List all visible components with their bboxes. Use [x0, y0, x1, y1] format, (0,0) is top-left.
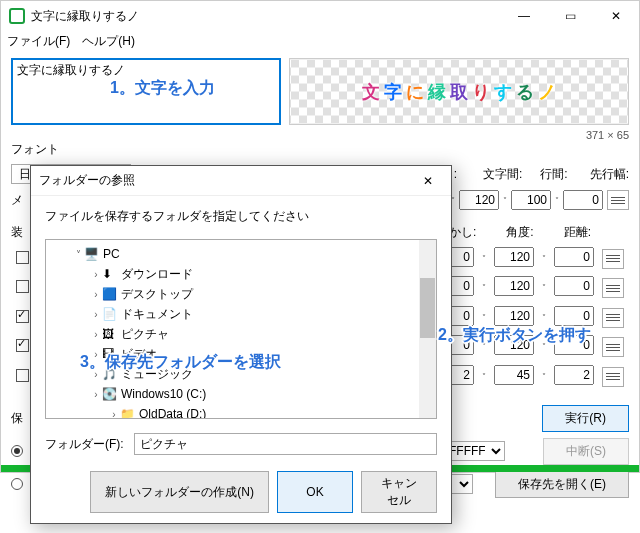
expand-icon[interactable]: ›: [90, 389, 102, 400]
decoration-group-label: 装: [11, 224, 23, 241]
linespace-input[interactable]: [511, 190, 551, 210]
row-checkbox[interactable]: [16, 339, 29, 352]
tree-item[interactable]: ›🎵ミュージック: [46, 364, 436, 384]
dialog-title: フォルダーの参照: [39, 172, 405, 189]
menu-icon[interactable]: [602, 308, 624, 328]
distance-label: 距離:: [564, 224, 591, 241]
leadwidth-input[interactable]: [563, 190, 603, 210]
tree-item[interactable]: ›💽Windows10 (C:): [46, 384, 436, 404]
tree-item-label: Windows10 (C:): [121, 387, 206, 401]
expand-icon[interactable]: ›: [90, 329, 102, 340]
tree-item-label: PC: [103, 247, 120, 261]
folder-tree[interactable]: ˅🖥️PC›⬇ダウンロード›🟦デスクトップ›📄ドキュメント›🖼ピクチャ›🎞ビデオ…: [45, 239, 437, 419]
abort-button: 中断(S): [543, 438, 629, 465]
font-family-prefix: メ: [11, 192, 23, 209]
tree-item[interactable]: ›📁OldData (D:): [46, 404, 436, 419]
preview-dimensions: 371 × 65: [586, 129, 629, 141]
new-folder-button[interactable]: 新しいフォルダーの作成(N): [90, 471, 269, 513]
pc-icon: 🖥️: [84, 247, 100, 261]
preview-area: 文字に縁取りするノ: [289, 58, 629, 125]
main-titlebar: 文字に縁取りするノ — ▭ ✕: [1, 1, 639, 31]
distance-input[interactable]: [494, 276, 534, 296]
row-checkbox[interactable]: [16, 251, 29, 264]
tree-item-label: ドキュメント: [121, 306, 193, 323]
execute-button[interactable]: 実行(R): [542, 405, 629, 432]
folder-browse-dialog: フォルダーの参照 ✕ ファイルを保存するフォルダを指定してください ˅🖥️PC›…: [30, 165, 452, 524]
menu-icon[interactable]: [602, 367, 624, 387]
mus-icon: 🎵: [102, 367, 118, 381]
minimize-button[interactable]: —: [501, 1, 547, 31]
extra-input[interactable]: [554, 306, 594, 326]
menu-icon[interactable]: [607, 190, 629, 210]
expand-icon[interactable]: ›: [90, 309, 102, 320]
tree-item[interactable]: ›🖼ピクチャ: [46, 324, 436, 344]
tree-item-label: OldData (D:): [139, 407, 206, 419]
distance-input[interactable]: [494, 335, 534, 355]
preview-text: 文字に縁取りするノ: [360, 80, 558, 104]
expand-icon[interactable]: ˅: [72, 249, 84, 260]
row-checkbox[interactable]: [16, 310, 29, 323]
folder-field-label: フォルダー(F):: [45, 436, 124, 453]
window-title: 文字に縁取りするノ: [31, 8, 501, 25]
extra-input[interactable]: [554, 247, 594, 267]
distance-input[interactable]: [494, 306, 534, 326]
tree-item[interactable]: ›🟦デスクトップ: [46, 284, 436, 304]
tree-item-label: ダウンロード: [121, 266, 193, 283]
row-checkbox[interactable]: [16, 369, 29, 382]
menu-icon[interactable]: [602, 278, 624, 298]
dropdown-icon[interactable]: ˅: [503, 196, 507, 205]
text-input[interactable]: 文字に縁取りするノ: [11, 58, 281, 125]
save-group-label: 保: [11, 410, 23, 427]
open-destination-button[interactable]: 保存先を開く(E): [495, 471, 629, 498]
expand-icon[interactable]: ›: [90, 269, 102, 280]
distance-input[interactable]: [494, 365, 534, 385]
menu-icon[interactable]: [602, 337, 624, 357]
menu-icon[interactable]: [602, 249, 624, 269]
extra-input[interactable]: [554, 335, 594, 355]
row-checkbox[interactable]: [16, 280, 29, 293]
scrollbar-thumb[interactable]: [420, 278, 435, 338]
desk-icon: 🟦: [102, 287, 118, 301]
tree-scrollbar[interactable]: [419, 240, 436, 418]
menu-help[interactable]: ヘルプ(H): [82, 33, 135, 50]
cancel-button[interactable]: キャンセル: [361, 471, 437, 513]
tree-item-label: ピクチャ: [121, 326, 169, 343]
dialog-close-button[interactable]: ✕: [405, 166, 451, 196]
tree-item[interactable]: ›⬇ダウンロード: [46, 264, 436, 284]
charspace-label: 文字間:: [483, 166, 522, 183]
app-icon: [9, 8, 25, 24]
charspace-input[interactable]: [459, 190, 499, 210]
drv-icon: 💽: [102, 387, 118, 401]
tree-item-label: ビデオ: [121, 346, 157, 363]
linespace-label: 行間:: [540, 166, 567, 183]
expand-icon[interactable]: ›: [90, 349, 102, 360]
tree-item[interactable]: ›📄ドキュメント: [46, 304, 436, 324]
dropdown-icon[interactable]: ˅: [555, 196, 559, 205]
maximize-button[interactable]: ▭: [547, 1, 593, 31]
distance-input[interactable]: [494, 247, 534, 267]
expand-icon[interactable]: ›: [90, 369, 102, 380]
angle-label: 角度:: [506, 224, 533, 241]
font-group-label: フォント: [11, 141, 59, 158]
leadwidth-label: 先行幅:: [590, 166, 629, 183]
tree-item[interactable]: ˅🖥️PC: [46, 244, 436, 264]
vid-icon: 🎞: [102, 347, 118, 361]
save-radio[interactable]: [11, 445, 23, 457]
doc-icon: 📄: [102, 307, 118, 321]
tree-item-label: デスクトップ: [121, 286, 193, 303]
pic-icon: 🖼: [102, 327, 118, 341]
ok-button[interactable]: OK: [277, 471, 353, 513]
menu-file[interactable]: ファイル(F): [7, 33, 70, 50]
expand-icon[interactable]: ›: [108, 409, 120, 420]
save-radio-2[interactable]: [11, 478, 23, 490]
extra-input[interactable]: [554, 276, 594, 296]
tree-item-label: ミュージック: [121, 366, 193, 383]
tree-item[interactable]: ›🎞ビデオ: [46, 344, 436, 364]
down-icon: ⬇: [102, 267, 118, 281]
folder-field[interactable]: [134, 433, 437, 455]
dialog-instruction: ファイルを保存するフォルダを指定してください: [45, 208, 437, 225]
extra-input[interactable]: [554, 365, 594, 385]
close-button[interactable]: ✕: [593, 1, 639, 31]
expand-icon[interactable]: ›: [90, 289, 102, 300]
menubar: ファイル(F) ヘルプ(H): [1, 31, 639, 52]
